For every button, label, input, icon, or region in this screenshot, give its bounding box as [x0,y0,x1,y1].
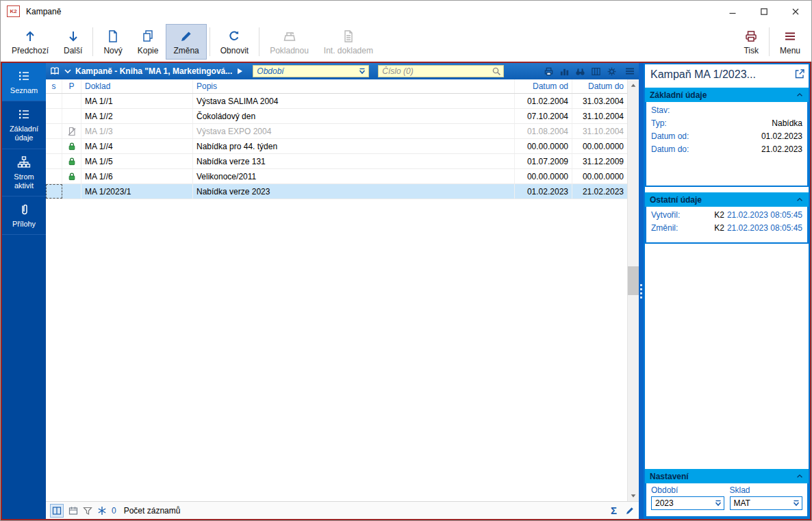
section-header-ostatni-udaje[interactable]: Ostatní údaje [645,192,809,207]
table-row[interactable]: MA 1//1 Výstava SALIMA 2004 01.02.2004 3… [46,94,627,109]
filter-count: 0 [112,506,116,516]
refresh-button[interactable]: Obnovit [213,24,256,60]
column-header-doklad[interactable]: Doklad [81,79,193,93]
campaign-table: s P Doklad Popis Datum od Datum do MA 1/… [46,79,627,501]
dropdown-chevron-icon[interactable] [358,67,366,75]
detail-title-row: Kampaň MA 1/2023... [645,64,809,88]
chevron-down-icon [792,499,800,507]
column-header-popis[interactable]: Popis [193,79,515,93]
scrollbar-track[interactable] [628,91,639,490]
sum-icon[interactable]: Σ [611,505,617,516]
sidebar-item-strom-aktivit[interactable]: Strom aktivit [2,149,46,196]
cell-datum-od: 01.02.2023 [515,184,572,199]
snowflake-icon[interactable] [97,506,107,516]
filter-icon[interactable] [83,506,92,516]
edit-pencil-icon[interactable] [625,506,635,516]
section-header-zakladni-udaje[interactable]: Základní údaje [645,88,809,102]
panel-splitter[interactable] [639,63,644,519]
number-filter-input[interactable] [382,66,492,76]
field-label: Stav: [651,105,670,115]
calendar-icon[interactable] [68,506,78,516]
combo-value: MAT [734,498,793,508]
table-row[interactable]: MA 1//6 Velikonoce/2011 00.00.0000 00.00… [46,169,627,184]
table-row[interactable]: MA 1//2 Čokoládový den 07.10.2004 31.10.… [46,109,627,124]
button-label: Obnovit [220,46,249,55]
field-row: Typ: Nabídka [646,116,807,129]
period-filter [253,65,369,77]
columns-icon[interactable] [591,66,601,77]
next-button[interactable]: Další [56,24,90,60]
button-label: Změna [173,46,199,55]
field-timestamp: 21.02.2023 08:05:45 [727,210,802,220]
scroll-down-icon[interactable] [628,490,639,501]
table-row[interactable]: MA 1//5 Nabídka verze 131 01.07.2009 31.… [46,154,627,169]
row-select-cell [46,154,62,168]
column-header-datum-do[interactable]: Datum do [572,79,627,93]
button-label: Kopie [138,46,159,55]
lock-icon [67,157,77,166]
chevron-down-icon [714,499,722,507]
copy-button[interactable]: Kopie [130,24,166,60]
table-row-selected[interactable]: MA 1/2023/1 Nabídka verze 2023 01.02.202… [46,184,627,199]
cell-doklad: MA 1//6 [81,169,193,183]
table-row[interactable]: MA 1//4 Nabídka pro 44. týden 00.00.0000… [46,139,627,154]
table-wrap: s P Doklad Popis Datum od Datum do MA 1/… [46,79,639,501]
sklad-select[interactable]: MAT [730,496,803,510]
obdobi-select[interactable]: 2023 [651,496,724,510]
row-status-cell [62,94,81,108]
open-in-window-icon[interactable] [794,68,805,79]
close-button[interactable] [780,1,811,22]
toolbar-separator [210,27,210,56]
book-title[interactable]: Kampaně - Kniha "MA 1, Marketingová... [75,66,232,76]
section-header-nastaveni[interactable]: Nastavení [645,469,809,483]
internal-document-icon [342,29,355,44]
gear-icon[interactable] [607,66,617,77]
vertical-scrollbar[interactable] [627,79,639,501]
binoculars-icon[interactable] [575,66,585,77]
table-row[interactable]: MA 1//3 Výstava EXPO 2004 01.08.2004 31.… [46,124,627,139]
book-icon[interactable] [49,66,60,77]
column-header-datum-od[interactable]: Datum od [515,79,572,93]
sidebar-item-label: Základní údaje [3,125,45,142]
previous-button[interactable]: Předchozí [4,24,56,60]
chart-icon[interactable] [559,66,570,77]
print-button[interactable]: Tisk [736,24,766,60]
play-icon[interactable] [236,67,244,75]
toolbar-separator [259,27,259,56]
detail-empty-space [645,244,809,469]
list-icon [17,69,31,83]
toolbar-separator [769,27,770,56]
sidebar-item-label: Přílohy [12,220,36,229]
menu-button[interactable]: Menu [772,24,808,60]
maximize-button[interactable] [748,1,780,22]
app-logo-icon: K2 [7,5,20,17]
grid-menu-icon[interactable] [624,66,635,77]
cell-popis: Nabídka pro 44. týden [193,139,515,153]
record-count-label: Počet záznamů [124,506,181,516]
new-button[interactable]: Nový [96,24,129,60]
window-controls [717,1,811,22]
print-grid-icon[interactable] [544,66,554,77]
focus-cell [46,184,62,199]
view-toggle-icon[interactable] [50,504,64,518]
button-label: Pokladnou [270,46,309,55]
row-select-cell [46,124,62,138]
sidebar-item-seznam[interactable]: Seznam [2,63,46,101]
scrollbar-thumb[interactable] [628,266,639,295]
edit-button[interactable]: Změna [166,24,206,60]
cell-datum-do: 31.03.2004 [572,94,627,108]
column-header-p[interactable]: P [62,79,81,93]
cell-doklad: MA 1//3 [81,124,193,138]
chevron-down-icon[interactable] [64,67,72,75]
sidebar-item-label: Strom aktivit [3,173,45,190]
button-label: Předchozí [12,46,49,55]
sidebar-item-zakladni-udaje[interactable]: Základní údaje [2,101,46,149]
chevron-up-icon [796,196,804,204]
column-header-s[interactable]: s [46,79,62,93]
field-row: Stav: [646,103,807,116]
period-filter-input[interactable] [257,66,358,76]
field-obdobi: Období 2023 [651,485,724,510]
scroll-up-icon[interactable] [628,79,639,91]
sidebar-item-prilohy[interactable]: Přílohy [2,196,46,235]
minimize-button[interactable] [717,1,748,22]
